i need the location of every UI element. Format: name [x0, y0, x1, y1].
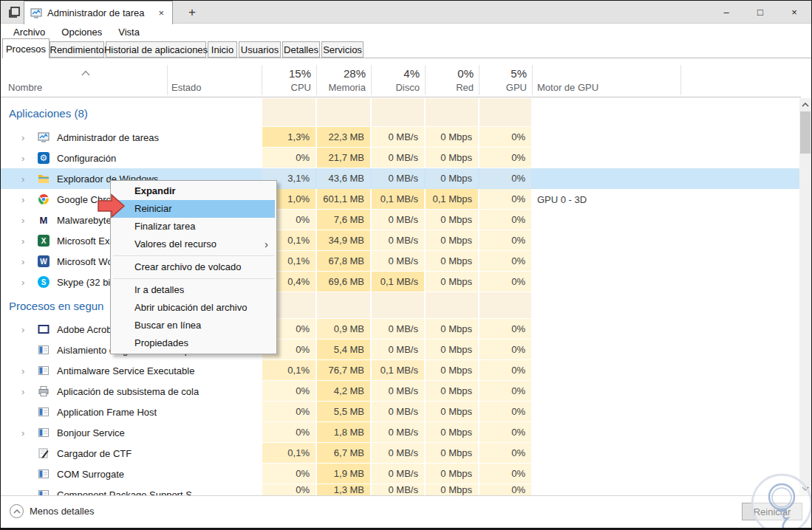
app-tab[interactable]: Administrador de tarea × — [24, 1, 173, 24]
metric-cell: 0 MB/s — [372, 443, 424, 463]
group-header-label: Procesos en segun — [9, 300, 103, 312]
scrollbar-thumb[interactable] — [800, 111, 811, 154]
heatmap-cell-empty — [426, 98, 478, 126]
metric-cell: 0 MB/s — [372, 210, 424, 230]
table-row[interactable]: ›⚙Configuración0%21,7 MB0 MB/s0 Mbps0% — [1, 148, 801, 168]
context-menu-item-propiedades[interactable]: Propiedades — [112, 334, 275, 352]
generic-app-icon — [38, 427, 50, 438]
column-header-nombre[interactable]: Nombre — [8, 82, 42, 93]
column-total-pct: 28% — [344, 67, 366, 80]
column-separator — [262, 65, 262, 95]
column-label: Disco — [395, 82, 420, 93]
metric-cell: 0 Mbps — [426, 251, 478, 271]
expand-chevron-icon[interactable]: › — [21, 235, 24, 247]
column-header-disco[interactable]: 4%Disco — [371, 63, 425, 97]
context-menu-item-abrir-ubicación-del-archivo[interactable]: Abrir ubicación del archivo — [112, 299, 275, 317]
expand-chevron-icon[interactable]: › — [21, 215, 24, 226]
sort-ascending-icon[interactable] — [81, 66, 91, 79]
context-menu-item-reiniciar[interactable]: Reiniciar — [112, 200, 275, 218]
expand-chevron-icon[interactable]: › — [21, 324, 24, 335]
metric-cell: 0,1 MB/s — [372, 272, 424, 292]
heatmap-cell-empty — [426, 292, 478, 318]
menu-archivo[interactable]: Archivo — [8, 25, 50, 39]
metric-cell: 0 MB/s — [372, 340, 424, 359]
column-total-pct: 5% — [511, 67, 527, 80]
metric-cell: 0% — [480, 168, 531, 188]
table-row[interactable]: Cargador de CTF0,1%6,7 MB0 MB/s0 Mbps0% — [1, 443, 801, 464]
tab-rendimiento[interactable]: Rendimiento — [50, 41, 104, 58]
table-row[interactable]: ›Administrador de tareas1,3%22,3 MB0 MB/… — [1, 127, 801, 148]
metric-cell: 0% — [262, 484, 315, 495]
expand-chevron-icon[interactable]: › — [21, 386, 24, 397]
tab-historial-de-aplicaciones[interactable]: Historial de aplicaciones — [106, 41, 206, 58]
group-header-row[interactable]: Aplicaciones (8) — [1, 98, 801, 127]
close-tab-icon[interactable]: × — [156, 7, 166, 18]
metric-cell: 0% — [480, 148, 531, 168]
vertical-scrollbar[interactable] — [799, 98, 811, 495]
menu-vista[interactable]: Vista — [113, 25, 145, 39]
window-switcher-icon[interactable] — [4, 4, 24, 21]
column-header-motor-gpu[interactable]: Motor de GPU — [537, 82, 598, 93]
settings-gear-icon: ⚙ — [38, 152, 50, 164]
process-name: Cargador de CTF — [57, 448, 132, 459]
metric-cell: 0 MB/s — [372, 422, 424, 442]
column-header-estado[interactable]: Estado — [171, 82, 201, 93]
close-button[interactable]: × — [777, 1, 811, 24]
table-row[interactable]: ›Bonjour Service0%1,8 MB0 MB/s0 Mbps0% — [1, 422, 801, 443]
expand-chevron-icon[interactable]: › — [21, 173, 24, 185]
red-pointer-arrow — [98, 193, 126, 218]
tab-usuarios[interactable]: Usuarios — [239, 41, 281, 58]
restart-button[interactable]: Reiniciar — [742, 503, 802, 520]
tab-servicios[interactable]: Servicios — [321, 41, 364, 58]
scroll-down-icon[interactable] — [799, 483, 811, 495]
column-header-cpu[interactable]: 15%CPU — [262, 63, 316, 97]
context-menu-item-buscar-en-línea[interactable]: Buscar en línea — [112, 317, 275, 334]
context-menu-item-expandir[interactable]: Expandir — [112, 182, 275, 200]
metric-cell: 0 Mbps — [426, 127, 478, 147]
expand-chevron-icon[interactable]: › — [21, 132, 24, 143]
expand-chevron-icon[interactable]: › — [21, 194, 24, 205]
expand-chevron-icon[interactable]: › — [21, 427, 24, 438]
context-menu-item-crear-archivo-de-volcado[interactable]: Crear archivo de volcado — [112, 258, 275, 276]
table-row[interactable]: ›Aplicación de subsistema de cola0%4,2 M… — [1, 381, 801, 402]
column-separator — [532, 65, 533, 95]
table-row[interactable]: COM Surrogate0%1,9 MB0 MB/s0 Mbps0% — [1, 464, 801, 484]
metric-cell: 0% — [480, 210, 531, 230]
table-row[interactable]: ›Antimalware Service Executable0,1%76,7 … — [1, 360, 801, 381]
tab-inicio[interactable]: Inicio — [208, 41, 237, 58]
column-header-red[interactable]: 0%Red — [425, 63, 479, 97]
column-header-gpu[interactable]: 5%GPU — [479, 63, 532, 97]
column-header-memoria[interactable]: 28%Memoria — [316, 63, 371, 97]
context-menu-item-ir-a-detalles[interactable]: Ir a detalles — [112, 281, 275, 299]
expand-chevron-icon[interactable]: › — [21, 365, 24, 376]
tab-detalles[interactable]: Detalles — [282, 41, 320, 58]
scroll-up-icon[interactable] — [799, 99, 811, 111]
expand-chevron-icon[interactable]: › — [21, 256, 24, 267]
table-row[interactable]: Component Package Support S...0%1,3 MB0 … — [1, 484, 801, 496]
tab-procesos[interactable]: Procesos — [2, 38, 50, 58]
metric-cell: 0 Mbps — [426, 272, 478, 292]
tab-strip: ProcesosRendimientoHistorial de aplicaci… — [2, 38, 811, 58]
expand-chevron-icon[interactable]: › — [21, 277, 24, 288]
metric-cell: 0% — [480, 272, 531, 292]
context-menu: ExpandirReiniciarFinalizar tareaValores … — [110, 180, 277, 354]
table-row[interactable]: Application Frame Host0%5,5 MB0 MB/s0 Mb… — [1, 402, 801, 422]
minimize-button[interactable]: – — [709, 1, 743, 24]
new-tab-button[interactable]: + — [184, 5, 200, 20]
menu-opciones[interactable]: Opciones — [56, 25, 107, 39]
metric-cell: 0 Mbps — [426, 464, 478, 483]
metric-cell: 0% — [480, 360, 531, 380]
expand-chevron-icon[interactable]: › — [21, 153, 24, 164]
context-menu-item-finalizar-tarea[interactable]: Finalizar tarea — [112, 218, 275, 235]
context-menu-item-label: Propiedades — [134, 337, 188, 348]
column-separator — [371, 65, 372, 95]
column-separator — [316, 65, 317, 95]
process-name: Configuración — [57, 153, 116, 164]
metric-cell: 0 Mbps — [426, 360, 478, 380]
metric-cell: 0% — [480, 251, 531, 271]
maximize-button[interactable]: □ — [743, 1, 777, 24]
status-bar: Menos detalles Reiniciar — [1, 495, 811, 528]
context-menu-item-valores-del-recurso[interactable]: Valores del recurso› — [112, 235, 275, 253]
less-details-toggle[interactable]: Menos detalles — [10, 504, 94, 518]
metric-cell: 0 Mbps — [426, 319, 478, 339]
